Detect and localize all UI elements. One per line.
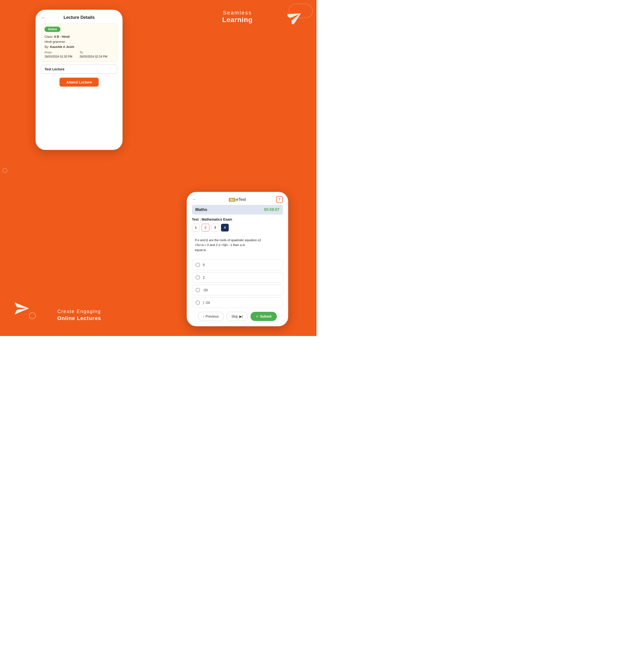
lecture-name-card: Test Lecture <box>41 65 117 74</box>
skip-button[interactable]: Skip ▶| <box>226 312 248 321</box>
to-date: 26/03/2024 02:24 PM <box>80 55 107 58</box>
question-number-4[interactable]: 4 <box>221 224 229 232</box>
question-number-1[interactable]: 1 <box>192 224 200 232</box>
submit-button[interactable]: ✓ Submit <box>251 312 277 321</box>
circle-decor-mid <box>2 168 7 173</box>
radio-neg20[interactable] <box>196 288 200 292</box>
option-neg20-label: -20 <box>203 288 208 292</box>
radio-neg24[interactable] <box>196 301 200 305</box>
option-5-label: 5 <box>203 263 205 267</box>
subject-text: Hindi grammer <box>45 40 113 45</box>
subject-bar: Maths 00:59:07 <box>192 205 283 215</box>
paper-plane-icon-right <box>287 10 302 25</box>
circle-decor-left <box>29 312 36 319</box>
previous-button[interactable]: ‹ Previous <box>198 312 224 321</box>
lecture-info-card: Online Class: 6 B - Hindi Hindi grammer … <box>41 23 117 62</box>
test-phone-header: ← MyeTest ? <box>192 197 283 202</box>
back-arrow-icon[interactable]: ← <box>41 15 46 20</box>
option-neg20[interactable]: -20 <box>192 285 283 295</box>
from-label: From: <box>45 51 72 54</box>
radio-2[interactable] <box>196 275 200 280</box>
app-title: MyeTest <box>229 197 246 202</box>
attend-lecture-button[interactable]: Attend Lecture <box>59 78 99 87</box>
my-badge: My <box>229 198 235 202</box>
lecture-phone-mockup: ← Lecture Details Online Class: 6 B - Hi… <box>35 10 123 150</box>
bottom-text-left: Create Engaging Online Lectures <box>57 309 101 321</box>
question-text: If α and β are the roots of quadratic eq… <box>192 235 283 256</box>
help-button[interactable]: ? <box>276 196 283 203</box>
lecture-title: Lecture Details <box>64 15 95 20</box>
to-col: To: 26/03/2024 02:24 PM <box>80 51 107 58</box>
bottom-thin-text: Create Engaging <box>57 309 101 314</box>
subject-name: Maths <box>195 207 207 212</box>
question-number-2[interactable]: 2 <box>202 224 209 232</box>
right-panel: Seamless Learning ← MyeTest ? Maths 00:5… <box>158 0 317 336</box>
test-phone-mockup: ← MyeTest ? Maths 00:59:07 Test : Mathem… <box>187 192 288 326</box>
from-date: 26/03/2024 01:30 PM <box>45 55 72 58</box>
left-panel: ← Lecture Details Online Class: 6 B - Hi… <box>0 0 158 336</box>
class-label: Class: <box>45 35 54 39</box>
action-buttons: ‹ Previous Skip ▶| ✓ Submit <box>192 312 283 321</box>
option-2-label: 2 <box>203 275 205 280</box>
by-label: By: <box>45 45 50 49</box>
top-text-right: Seamless Learning <box>222 10 253 24</box>
option-neg24[interactable]: ) -24 <box>192 297 283 308</box>
seamless-thin: Seamless <box>222 10 253 16</box>
class-value: 6 B - Hindi <box>54 35 70 39</box>
timer-display: 00:59:07 <box>264 208 279 212</box>
option-5[interactable]: 5 <box>192 260 283 270</box>
from-col: From: 26/03/2024 01:30 PM <box>45 51 72 58</box>
online-badge: Online <box>45 27 60 32</box>
option-2[interactable]: 2 <box>192 272 283 283</box>
by-value: Kaushik A Joshi <box>50 45 74 49</box>
paper-plane-icon-left <box>15 303 29 317</box>
question-number-3[interactable]: 3 <box>211 224 219 232</box>
to-label: To: <box>80 51 107 54</box>
radio-5[interactable] <box>196 263 200 267</box>
svg-marker-0 <box>15 303 29 314</box>
test-back-arrow-icon[interactable]: ← <box>192 197 196 202</box>
svg-marker-1 <box>287 10 302 24</box>
from-to-row: From: 26/03/2024 01:30 PM To: 26/03/2024… <box>45 51 113 58</box>
bottom-thick-text: Online Lectures <box>57 315 101 321</box>
test-name: Test : Mathematics Exam <box>192 217 283 221</box>
option-neg24-label: ) -24 <box>203 301 210 305</box>
question-number-row: 1 2 3 4 <box>192 224 283 232</box>
lecture-phone-header: ← Lecture Details <box>41 15 117 20</box>
seamless-thick: Learning <box>222 16 253 24</box>
